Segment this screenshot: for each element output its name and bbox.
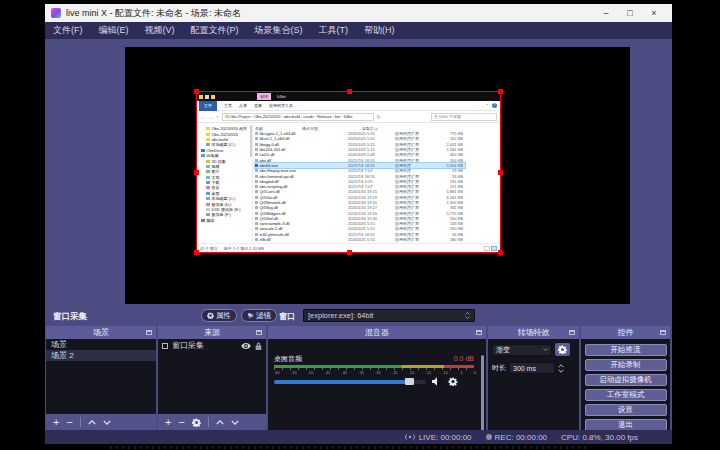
file-icon — [255, 159, 258, 162]
close-button[interactable]: × — [642, 4, 666, 22]
live-timer: LIVE: 00:00:00 — [419, 433, 472, 442]
controls-panel-header[interactable]: 控件 — [581, 326, 670, 339]
back-icon[interactable]: ← — [200, 114, 205, 120]
move-scene-up-button[interactable] — [88, 420, 96, 425]
transitions-panel: 转场特效 渐变 时长 300 ms — [488, 326, 579, 430]
menu-item[interactable]: 场景集合(S) — [255, 24, 303, 37]
ribbon-collapse-icon[interactable]: ⌃ — [486, 103, 489, 108]
source-checkbox[interactable] — [162, 343, 168, 349]
scene-item[interactable]: 场景 2 — [46, 350, 156, 361]
dock-icon — [660, 330, 666, 335]
column-header[interactable]: 大小 — [370, 126, 378, 131]
volume-slider-handle[interactable] — [405, 378, 414, 385]
explorer-ribbon: 文件主页共享查看应用程序工具 ⌃ ? — [197, 101, 500, 111]
control-button[interactable]: 开始录制 — [585, 359, 667, 371]
app-window: live mini X - 配置文件: 未命名 - 场景: 未命名 – □ × … — [45, 4, 672, 444]
speaker-icon[interactable] — [432, 377, 442, 386]
details-view-icon[interactable] — [484, 246, 490, 251]
sidebar-item-icon — [201, 219, 205, 222]
explorer-ribbon-tab[interactable]: 应用程序工具 — [269, 103, 293, 108]
duration-input[interactable]: 300 ms — [509, 362, 555, 374]
control-button[interactable]: 设置 — [585, 404, 667, 416]
explorer-ribbon-tab[interactable]: 查看 — [254, 103, 262, 108]
move-source-down-button[interactable] — [231, 420, 239, 425]
menu-item[interactable]: 编辑(E) — [99, 24, 129, 37]
mixer-panel-header[interactable]: 混音器 — [268, 326, 486, 339]
source-item[interactable]: 窗口采集 — [158, 339, 266, 352]
file-row[interactable]: zlib.dll 2020/10/5 5:15 应用程序扩展 180 KB — [255, 237, 465, 242]
sidebar-item-icon — [206, 208, 210, 211]
help-icon[interactable]: ? — [492, 103, 497, 108]
scene-item[interactable]: 场景 — [46, 339, 156, 350]
dock-icon — [146, 330, 152, 335]
remove-scene-button[interactable]: − — [66, 417, 72, 428]
breadcrumb-segment[interactable]: rundir — [303, 114, 317, 119]
menu-item[interactable]: 配置文件(P) — [191, 24, 239, 37]
volume-slider[interactable] — [274, 380, 426, 384]
source-properties-gear-icon[interactable] — [192, 418, 201, 427]
preview-canvas[interactable]: 管理 64bit 文件主页共享查看应用程序工具 ⌃ ? ← — [125, 47, 630, 304]
window-capture-source[interactable]: 管理 64bit 文件主页共享查看应用程序工具 ⌃ ? ← — [197, 92, 500, 252]
chevron-down-icon — [465, 316, 470, 319]
dock-icon — [476, 330, 482, 335]
meter-tick: -40 — [341, 370, 347, 375]
control-button[interactable]: 开始推流 — [585, 344, 667, 356]
maximize-button[interactable]: □ — [618, 4, 642, 22]
breadcrumb-segment[interactable]: Obs-Project — [230, 114, 254, 119]
explorer-ribbon-tab[interactable]: 文件 — [199, 101, 217, 111]
column-header[interactable]: 修改日期 — [302, 126, 342, 131]
move-scene-down-button[interactable] — [103, 420, 111, 425]
menu-item[interactable]: 工具(T) — [319, 24, 349, 37]
filters-button[interactable]: 滤镜 — [241, 309, 277, 322]
transitions-panel-header[interactable]: 转场特效 — [488, 326, 579, 339]
explorer-ribbon-tab[interactable]: 主页 — [224, 103, 232, 108]
menu-item[interactable]: 文件(F) — [53, 24, 83, 37]
control-button[interactable]: 启动虚拟摄像机 — [585, 374, 667, 386]
mixer-scrollbar[interactable] — [481, 355, 484, 437]
breadcrumb-segment[interactable]: 64bit — [344, 114, 355, 119]
controls-panel: 控件 开始推流开始录制启动虚拟摄像机工作室模式设置退出 — [581, 326, 670, 430]
breadcrumb-segment[interactable]: Obs-20210920 — [254, 114, 284, 119]
add-source-button[interactable]: + — [165, 417, 171, 428]
menu-item[interactable]: 视频(V) — [145, 24, 175, 37]
window-title: live mini X - 配置文件: 未命名 - 场景: 未命名 — [66, 7, 241, 20]
refresh-icon[interactable]: ↻ — [377, 114, 381, 120]
forward-icon[interactable]: → — [208, 114, 213, 120]
sidebar-scrollbar[interactable] — [250, 125, 252, 157]
sidebar-item-icon — [206, 192, 210, 195]
desktop: live mini X - 配置文件: 未命名 - 场景: 未命名 – □ × … — [0, 0, 720, 450]
file-icon — [255, 132, 258, 135]
control-button[interactable]: 工作室模式 — [585, 389, 667, 401]
explorer-search-input[interactable]: 在 64bit 中搜索 — [431, 113, 497, 121]
sidebar-item-icon — [206, 127, 210, 130]
combo-spinner[interactable] — [465, 312, 470, 319]
column-header[interactable]: 类型 — [342, 126, 370, 131]
sidebar-item[interactable]: 网络 — [197, 218, 252, 223]
large-icons-view-icon[interactable] — [491, 246, 497, 251]
window-select[interactable]: [explorer.exe]: 64bit — [303, 309, 475, 322]
sources-panel-header[interactable]: 来源 — [158, 326, 266, 339]
visibility-eye-icon[interactable] — [241, 343, 251, 349]
add-scene-button[interactable]: + — [53, 417, 59, 428]
meter-tick: -20 — [409, 370, 415, 375]
breadcrumb-segment[interactable]: Release — [317, 114, 335, 119]
duration-spinner[interactable] — [558, 364, 564, 373]
mixer-gear-icon[interactable] — [448, 377, 458, 386]
column-header[interactable]: 名称 — [255, 126, 302, 131]
meter-tick-labels: -60-55-50-45-40-35-30-25-20-15-10-50 — [274, 370, 476, 375]
menu-item[interactable]: 帮助(H) — [364, 24, 395, 37]
up-icon[interactable]: ↑ — [216, 114, 219, 120]
minimize-button[interactable]: – — [594, 4, 618, 22]
breadcrumb-segment[interactable]: bin — [335, 114, 344, 119]
transition-select[interactable]: 渐变 — [492, 344, 552, 356]
explorer-ribbon-tab[interactable]: 共享 — [239, 103, 247, 108]
breadcrumb[interactable]: Obs-ProjectObs-20210920obs-buildrundirRe… — [222, 113, 374, 121]
folder-icon — [225, 115, 229, 118]
move-source-up-button[interactable] — [216, 420, 224, 425]
scenes-panel-header[interactable]: 场景 — [46, 326, 156, 339]
breadcrumb-segment[interactable]: obs-build — [284, 114, 304, 119]
remove-source-button[interactable]: − — [178, 417, 184, 428]
transition-gear-button[interactable] — [555, 343, 570, 356]
lock-icon[interactable] — [255, 342, 262, 350]
properties-button[interactable]: 属性 — [201, 309, 237, 322]
